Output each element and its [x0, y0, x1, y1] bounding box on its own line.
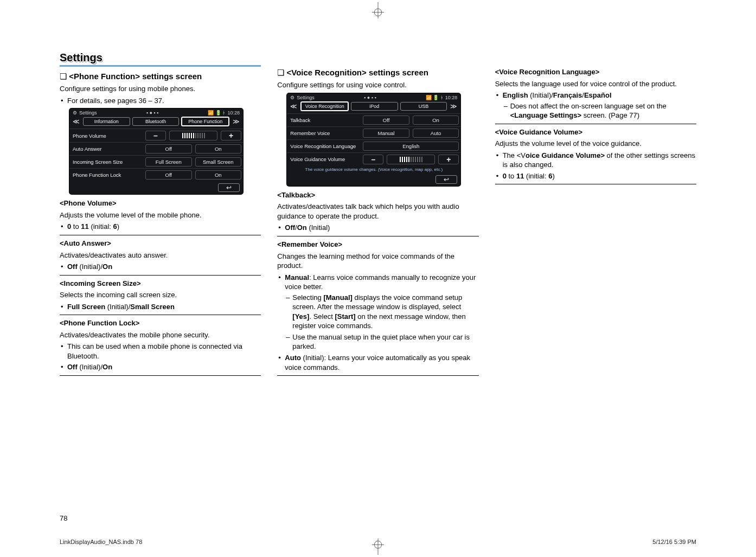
incoming-full[interactable]: Full Screen	[145, 157, 192, 167]
gear-icon: ⚙ Settings	[73, 110, 97, 116]
row-incoming-label: Incoming Screen Size	[69, 156, 144, 168]
auto-answer-off[interactable]: Off	[145, 144, 192, 153]
footer-date: 5/12/16 5:39 PM	[652, 539, 696, 545]
tab-bluetooth[interactable]: Bluetooth	[132, 117, 180, 126]
lock-off[interactable]: Off	[145, 170, 192, 180]
remember-desc: Changes the learning method for voice co…	[277, 252, 478, 271]
lang-heading: <Voice Recognition Language>	[495, 67, 696, 77]
back-icon[interactable]: ↩	[218, 183, 240, 192]
minus-button[interactable]: –	[145, 131, 166, 140]
talkback-on[interactable]: On	[413, 116, 459, 125]
settings-heading: Settings	[60, 52, 261, 67]
auto-answer-heading: <Auto Answer>	[60, 239, 261, 248]
tabs-next-icon[interactable]: ≫	[449, 103, 458, 110]
registration-mark-top	[370, 2, 386, 18]
talkback-heading: <Talkback>	[277, 190, 478, 200]
minus-button[interactable]: –	[363, 155, 383, 164]
tab-usb[interactable]: USB	[400, 102, 447, 111]
tabs-prev-icon[interactable]: ≪	[289, 103, 298, 110]
guidance-bullet-1: The <Voice Guidance Volume> of the other…	[495, 151, 696, 170]
row-lock-label: Phone Function Lock	[69, 169, 144, 181]
column-3: <Voice Recognition Language> Selects the…	[495, 52, 696, 519]
gear-icon: ⚙ Settings	[290, 95, 315, 100]
lang-desc: Selects the language used for voice cont…	[495, 79, 696, 89]
phone-function-details: For details, see pages 36 – 37.	[60, 96, 261, 106]
status-right: 📶 🔋 ᚼ 10:28	[426, 95, 458, 100]
tabs-prev-icon[interactable]: ≪	[72, 118, 81, 125]
tab-ipod[interactable]: iPod	[351, 102, 398, 111]
row-auto-answer-label: Auto Answer	[69, 143, 144, 155]
phone-function-title: <Phone Function> settings screen	[60, 71, 261, 82]
guidance-range: 0 to 11 (initial: 6)	[495, 171, 696, 181]
guidance-desc: Adjusts the volume level of the voice gu…	[495, 139, 696, 149]
tab-phone-function[interactable]: Phone Function	[181, 117, 229, 126]
voice-rec-intro: Configure settings for using voice contr…	[277, 80, 478, 90]
row-phone-volume-label: Phone Volume	[69, 129, 144, 142]
footer-file: LinkDisplayAudio_NAS.indb 78	[60, 539, 142, 545]
footer-meta: LinkDisplayAudio_NAS.indb 78 5/12/16 5:3…	[60, 539, 696, 545]
incoming-small[interactable]: Small Screen	[195, 157, 242, 167]
tab-information[interactable]: Information	[83, 117, 130, 126]
guidance-heading: <Voice Guidance Volume>	[495, 127, 696, 137]
remember-manual-bullet: Manual: Learns voice commands manually t…	[277, 273, 478, 351]
lock-bullet-1: This can be used when a mobile phone is …	[60, 342, 261, 361]
column-1: Settings <Phone Function> settings scree…	[60, 52, 261, 519]
auto-answer-options: Off (Initial)/On	[60, 262, 261, 272]
plus-button[interactable]: +	[221, 131, 241, 140]
remember-auto-bullet: Auto (Initial): Learns your voice automa…	[277, 353, 478, 372]
phone-volume-desc: Adjusts the volume level of the mobile p…	[60, 210, 261, 220]
voice-rec-screenshot: ⚙ Settings ▪ ● ▪ ▪ 📶 🔋 ᚼ 10:28 ≪ Voice R…	[287, 93, 478, 186]
guidance-slider[interactable]	[387, 155, 435, 164]
status-icons: ▪ ● ▪ ▪	[364, 95, 376, 100]
volume-slider[interactable]	[169, 131, 217, 140]
lock-desc: Activates/deactivates the mobile phone s…	[60, 330, 261, 340]
incoming-desc: Selects the incoming call screen size.	[60, 290, 261, 300]
column-2: <Voice Recognition> settings screen Conf…	[277, 52, 478, 519]
voice-rec-title: <Voice Recognition> settings screen	[277, 67, 478, 78]
remember-heading: <Remember Voice>	[277, 240, 478, 249]
guidance-hint: The voice guidance volume changes. (Voic…	[287, 166, 460, 173]
phone-function-screenshot: ⚙ Settings ▪ ● ▪ ▪ 📶 🔋 ᚼ 10:28 ≪ Informa…	[69, 108, 261, 194]
remember-manual-sub1: Selecting [Manual] displays the voice co…	[285, 293, 478, 331]
talkback-options: Off/On (Initial)	[277, 223, 478, 233]
back-icon[interactable]: ↩	[435, 175, 457, 184]
page: Settings <Phone Function> settings scree…	[0, 0, 756, 557]
content-columns: Settings <Phone Function> settings scree…	[60, 52, 696, 519]
lock-heading: <Phone Function Lock>	[60, 318, 261, 328]
lang-sub: Does not affect the on-screen language s…	[503, 101, 696, 120]
row-lang-label: Voice Recognition Language	[287, 140, 361, 152]
row-guidance-label: Voice Guidance Volume	[287, 153, 361, 166]
lock-on[interactable]: On	[195, 170, 242, 180]
incoming-heading: <Incoming Screen Size>	[60, 279, 261, 289]
status-icons: ▪ ● ▪ ▪	[146, 110, 159, 116]
tab-voice-recognition[interactable]: Voice Recognition	[300, 101, 349, 111]
talkback-off[interactable]: Off	[363, 116, 409, 125]
phone-function-intro: Configure settings for using mobile phon…	[60, 84, 261, 94]
plus-button[interactable]: +	[438, 155, 459, 164]
tabs-next-icon[interactable]: ≫	[232, 118, 241, 125]
incoming-options: Full Screen (Initial)/Small Screen	[60, 302, 261, 312]
lock-options: Off (Initial)/On	[60, 362, 261, 372]
remember-manual[interactable]: Manual	[363, 129, 409, 138]
phone-volume-range: 0 to 11 (initial: 6)	[60, 222, 261, 232]
talkback-desc: Activates/deactivates talk back which he…	[277, 202, 478, 221]
status-right: 📶 🔋 ᚼ 10:28	[208, 110, 240, 116]
remember-auto[interactable]: Auto	[413, 129, 459, 138]
row-talkback-label: Talkback	[287, 114, 361, 126]
lang-value[interactable]: English	[363, 142, 459, 151]
remember-manual-sub2: Use the manual setup in the quiet place …	[285, 332, 478, 351]
auto-answer-desc: Activates/deactivates auto answer.	[60, 251, 261, 260]
row-remember-label: Remember Voice	[287, 127, 361, 139]
phone-volume-heading: <Phone Volume>	[60, 199, 261, 208]
auto-answer-on[interactable]: On	[195, 144, 242, 153]
page-number: 78	[60, 514, 67, 522]
lang-options: English (Initial)/Français/Español Does …	[495, 91, 696, 120]
